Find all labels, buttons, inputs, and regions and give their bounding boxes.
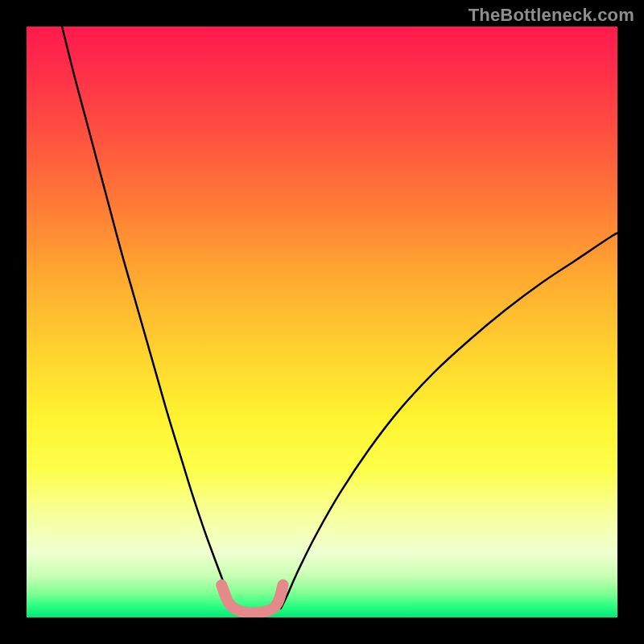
- chart-left-curve: [62, 27, 233, 609]
- watermark-text: TheBottleneck.com: [469, 5, 634, 26]
- chart-plot-area: [27, 27, 617, 617]
- chart-valley-accent: [221, 585, 283, 613]
- chart-right-curve: [281, 233, 617, 609]
- chart-curves-svg: [27, 27, 617, 617]
- chart-frame: TheBottleneck.com: [0, 0, 644, 644]
